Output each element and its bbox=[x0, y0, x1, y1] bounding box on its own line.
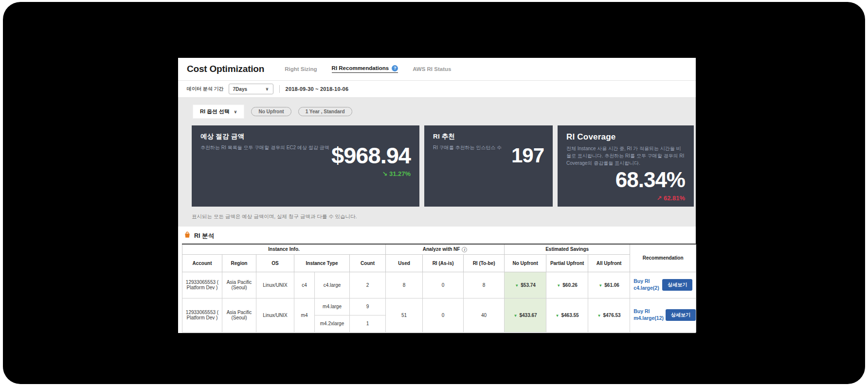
col-count: Count bbox=[350, 254, 386, 272]
col-used: Used bbox=[386, 254, 423, 272]
card-delta: ↘ 31.27% bbox=[382, 170, 411, 177]
savings-value: $53.74 bbox=[521, 282, 536, 288]
cell-all-upfront: ▼$61.06 bbox=[588, 272, 630, 298]
delta-value: 31.27% bbox=[389, 170, 411, 177]
page-title: Cost Optimization bbox=[187, 64, 264, 74]
bag-icon bbox=[184, 231, 191, 240]
ri-option-label: RI 옵션 선택 bbox=[200, 108, 230, 115]
cell-instance-type: m4.2xlarge bbox=[315, 315, 350, 332]
cell-family: m4 bbox=[294, 298, 315, 332]
card-ri-recommendation-count: RI 추천 RI 구매를 추천하는 인스턴스 수 197 bbox=[424, 125, 553, 207]
pill-term-standard[interactable]: 1 Year , Standard bbox=[298, 107, 352, 116]
card-value: 68.34% bbox=[615, 168, 685, 192]
triangle-down-icon: ▼ bbox=[598, 283, 602, 288]
black-frame: Cost Optimization Right Sizing RI Recomm… bbox=[3, 2, 865, 384]
triangle-down-icon: ▼ bbox=[515, 283, 519, 288]
table-row: 12933065553 ( Platform Dev ) Asia Pacifi… bbox=[182, 272, 696, 298]
pill-no-upfront[interactable]: No Upfront bbox=[251, 107, 291, 116]
triangle-down-icon: ▼ bbox=[597, 314, 601, 318]
ri-option-select-button[interactable]: RI 옵션 선택 ∨ bbox=[193, 105, 244, 119]
detail-button[interactable]: 상세보기 bbox=[662, 279, 692, 291]
col-account: Account bbox=[182, 254, 222, 272]
cell-account: 12933065553 ( Platform Dev ) bbox=[182, 272, 222, 298]
col-recommendation: Recommendation bbox=[630, 244, 696, 272]
tab-aws-ri-status[interactable]: AWS RI Status bbox=[413, 66, 451, 72]
tab-right-sizing[interactable]: Right Sizing bbox=[285, 66, 317, 72]
period-value: 7Days bbox=[233, 87, 247, 92]
cell-count: 9 bbox=[350, 298, 386, 315]
card-title: 예상 절감 금액 bbox=[200, 132, 411, 141]
cell-ri-as-is: 0 bbox=[423, 272, 464, 298]
group-estimated-savings: Estimated Savings bbox=[505, 244, 630, 254]
tab-bar: Right Sizing RI Recommendations? AWS RI … bbox=[285, 65, 451, 73]
ri-analysis-section: RI 분석 Instance Info. Analyze with NFi Es… bbox=[178, 231, 696, 333]
period-select[interactable]: 7Days ∨ bbox=[229, 84, 273, 94]
date-range: 2018-09-30 ~ 2018-10-06 bbox=[286, 86, 349, 92]
buy-ri-link[interactable]: Buy RI m4.large(12) bbox=[633, 308, 664, 321]
help-icon[interactable]: ? bbox=[392, 65, 398, 71]
detail-button[interactable]: 상세보기 bbox=[666, 309, 696, 321]
col-ri-as-is: RI (As-is) bbox=[423, 254, 464, 272]
cost-optimization-panel: Cost Optimization Right Sizing RI Recomm… bbox=[178, 58, 696, 333]
section-header: RI 분석 bbox=[184, 231, 692, 240]
period-label: 데이터 분석 기간 bbox=[187, 86, 224, 92]
chevron-down-icon: ∨ bbox=[265, 87, 269, 91]
card-ri-coverage: RI Coverage 전체 Instance 사용 시간 중, RI 가 적용… bbox=[558, 125, 694, 207]
buy-ri-link[interactable]: Buy RI c4.large(2) bbox=[633, 278, 660, 291]
top-bar: Cost Optimization Right Sizing RI Recomm… bbox=[178, 58, 696, 81]
cell-no-upfront: ▼$433.67 bbox=[505, 298, 546, 332]
savings-value: $476.53 bbox=[603, 313, 621, 318]
table-row: 12933065553 ( Platform Dev ) Asia Pacifi… bbox=[182, 298, 696, 315]
col-no-upfront: No Upfront bbox=[505, 254, 546, 272]
cell-family: c4 bbox=[294, 272, 315, 298]
card-delta: ↗ 62.81% bbox=[656, 194, 685, 202]
cell-count: 1 bbox=[350, 315, 386, 332]
cell-os: Linux/UNIX bbox=[256, 298, 294, 332]
cell-os: Linux/UNIX bbox=[256, 272, 294, 298]
cell-used: 51 bbox=[386, 298, 423, 332]
savings-value: $61.06 bbox=[604, 282, 619, 288]
disclaimer-note: 표시되는 모든 금액은 예상 금액이며, 실제 청구 금액과 다를 수 있습니다… bbox=[192, 213, 696, 220]
cell-account: 12933065553 ( Platform Dev ) bbox=[182, 298, 222, 332]
info-icon[interactable]: i bbox=[462, 247, 467, 252]
group-label: Analyze with NF bbox=[423, 246, 460, 252]
col-os: OS bbox=[256, 254, 294, 272]
card-description: 전체 Instance 사용 시간 중, RI 가 적용되는 시간을 비율로 표… bbox=[566, 145, 685, 167]
card-value: $968.94 bbox=[331, 142, 411, 169]
cell-no-upfront: ▼$53.74 bbox=[505, 272, 546, 298]
delta-value: 62.81% bbox=[664, 194, 685, 202]
group-header-row: Instance Info. Analyze with NFi Estimate… bbox=[182, 244, 696, 254]
metric-cards: 예상 절감 금액 추천하는 RI 목록을 모두 구매할 경우의 EC2 예상 절… bbox=[192, 125, 694, 207]
filter-bar: 데이터 분석 기간 7Days ∨ 2018-09-30 ~ 2018-10-0… bbox=[178, 81, 696, 98]
cell-recommendation: Buy RI m4.large(12) 상세보기 bbox=[630, 298, 696, 332]
cell-used: 8 bbox=[386, 272, 423, 298]
vertical-divider bbox=[279, 85, 280, 93]
col-ri-to-be: RI (To-be) bbox=[464, 254, 505, 272]
triangle-down-icon: ▼ bbox=[514, 314, 518, 318]
arrow-down-right-icon: ↘ bbox=[382, 170, 387, 177]
savings-value: $60.26 bbox=[562, 282, 578, 288]
cell-region: Asia Pacific (Seoul) bbox=[222, 272, 256, 298]
section-title: RI 분석 bbox=[194, 232, 214, 240]
cell-partial-upfront: ▼$463.55 bbox=[546, 298, 588, 332]
col-region: Region bbox=[222, 254, 256, 272]
ri-analysis-table: Instance Info. Analyze with NFi Estimate… bbox=[182, 244, 696, 333]
triangle-down-icon: ▼ bbox=[556, 314, 560, 318]
cell-ri-to-be: 8 bbox=[464, 272, 505, 298]
card-title: RI Coverage bbox=[566, 132, 685, 142]
savings-value: $463.55 bbox=[561, 313, 579, 318]
arrow-up-right-icon: ↗ bbox=[656, 194, 662, 202]
card-value: 197 bbox=[511, 144, 544, 167]
cell-all-upfront: ▼$476.53 bbox=[588, 298, 630, 332]
cell-ri-as-is: 0 bbox=[423, 298, 464, 332]
cell-recommendation: Buy RI c4.large(2) 상세보기 bbox=[630, 272, 696, 298]
col-instance-type: Instance Type bbox=[294, 254, 350, 272]
triangle-down-icon: ▼ bbox=[557, 283, 561, 288]
col-partial-upfront: Partial Upfront bbox=[546, 254, 588, 272]
cell-instance-type: c4.large bbox=[315, 272, 350, 298]
group-instance-info: Instance Info. bbox=[182, 244, 386, 254]
savings-value: $433.67 bbox=[519, 313, 537, 318]
tab-label: RI Recommendations bbox=[332, 65, 389, 71]
tab-ri-recommendations[interactable]: RI Recommendations? bbox=[332, 65, 398, 73]
group-analyze-with-nf: Analyze with NFi bbox=[386, 244, 505, 254]
